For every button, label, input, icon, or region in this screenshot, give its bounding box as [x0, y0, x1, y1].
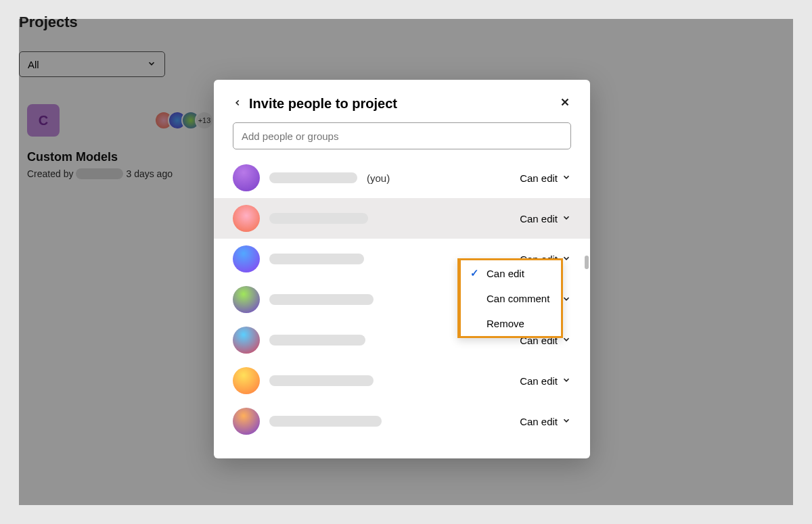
permission-dropdown[interactable]: Can edit [520, 213, 571, 224]
permission-dropdown[interactable]: Can edit [520, 375, 571, 387]
permission-label: Can edit [520, 172, 558, 184]
add-people-input[interactable] [233, 122, 571, 149]
permission-menu-label: Can comment [487, 293, 549, 304]
permission-menu-item[interactable]: Remove [461, 311, 561, 336]
back-icon[interactable] [233, 97, 242, 112]
chevron-down-icon [562, 172, 571, 184]
search-row [214, 122, 590, 158]
close-icon[interactable] [559, 96, 571, 112]
avatar [233, 286, 260, 313]
chevron-down-icon [562, 294, 571, 306]
chevron-down-icon [562, 416, 571, 427]
person-row: (you)Can edit [214, 158, 590, 198]
person-name-redacted [269, 335, 365, 346]
permission-menu-label: Remove [487, 318, 524, 329]
permission-menu: ✓Can editCan commentRemove [457, 258, 563, 338]
chevron-down-icon [562, 254, 571, 265]
chevron-down-icon [562, 375, 571, 387]
scrollbar-thumb[interactable] [585, 256, 589, 269]
avatar [233, 408, 260, 435]
chevron-down-icon [562, 213, 571, 224]
permission-dropdown[interactable]: Can edit [520, 172, 571, 184]
person-name-redacted [269, 416, 382, 427]
avatar [233, 164, 260, 191]
dialog-header: Invite people to project [214, 80, 590, 122]
person-name-redacted [269, 254, 364, 264]
check-icon: ✓ [470, 267, 480, 279]
avatar [233, 205, 260, 232]
person-name-redacted [269, 375, 374, 386]
person-row: Can edit [214, 401, 590, 442]
permission-menu-item[interactable]: ✓Can edit [461, 260, 561, 286]
person-name-redacted [269, 294, 374, 305]
dialog-title: Invite people to project [249, 96, 552, 112]
person-name-redacted [269, 213, 368, 224]
permission-label: Can edit [520, 213, 558, 224]
you-suffix: (you) [367, 172, 390, 184]
person-row: Can edit [214, 198, 590, 239]
permission-label: Can edit [520, 375, 558, 387]
person-row: Can edit [214, 360, 590, 401]
permission-dropdown[interactable]: Can edit [520, 416, 571, 427]
person-name-redacted [269, 172, 357, 183]
avatar [233, 327, 260, 354]
permission-label: Can edit [520, 416, 558, 427]
permission-menu-item[interactable]: Can comment [461, 286, 561, 311]
avatar [233, 367, 260, 394]
avatar [233, 245, 260, 272]
chevron-down-icon [562, 335, 571, 346]
permission-menu-label: Can edit [487, 268, 524, 279]
